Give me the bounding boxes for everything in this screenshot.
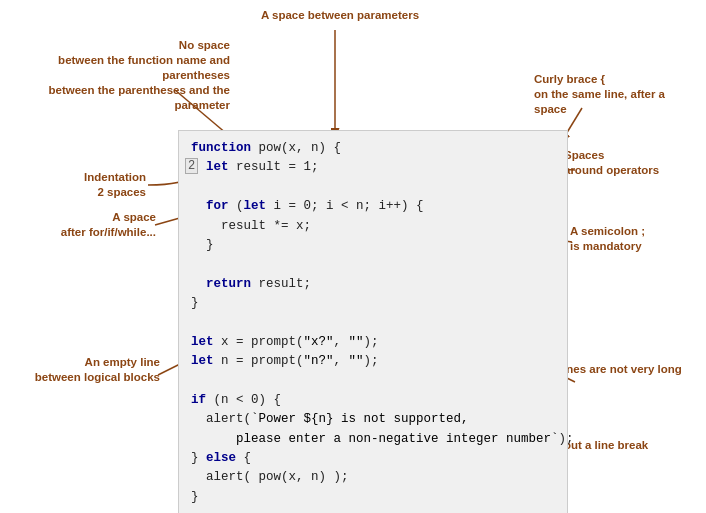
annotation-space-between-params: A space between parameters [220,8,460,23]
code-line-1: function pow(x, n) { [191,139,555,158]
code-line-7 [191,255,555,274]
code-line-16: please enter a non-negative integer numb… [191,430,555,449]
code-line-15: alert(`Power ${n} is not supported, [191,410,555,429]
code-line-4: for (let i = 0; i < n; i++) { [191,197,555,216]
annotation-lines-not-long: Lines are not very long [556,362,701,377]
code-line-5: result *= x; [191,217,555,236]
code-line-18: alert( pow(x, n) ); [191,468,555,487]
annotation-empty-line: An empty linebetween logical blocks [12,355,160,385]
annotation-curly-brace: Curly brace {on the same line, after a s… [534,72,699,117]
code-line-12: let n = prompt("n?", ""); [191,352,555,371]
indentation-marker: 2 [185,158,198,174]
code-line-3 [191,178,555,197]
code-line-10 [191,313,555,332]
annotation-space-after-for: A spaceafter for/if/while... [28,210,156,240]
code-line-13 [191,372,555,391]
annotation-no-space-function: No spacebetween the function name and pa… [20,38,230,113]
annotation-spaces-operators: Spacesaround operators [564,148,699,178]
code-line-14: if (n < 0) { [191,391,555,410]
code-line-9: } [191,294,555,313]
annotation-semicolon: A semicolon ;is mandatory [570,224,700,254]
code-line-8: return result; [191,275,555,294]
code-line-19: } [191,488,555,507]
code-line-6: } [191,236,555,255]
main-container: A space between parameters No spacebetwe… [0,0,706,513]
code-block: function pow(x, n) { let result = 1; for… [178,130,568,513]
code-line-2: let result = 1; [191,158,555,177]
code-line-11: let x = prompt("x?", ""); [191,333,555,352]
annotation-indentation: Indentation2 spaces [28,170,146,200]
code-line-17: } else { [191,449,555,468]
